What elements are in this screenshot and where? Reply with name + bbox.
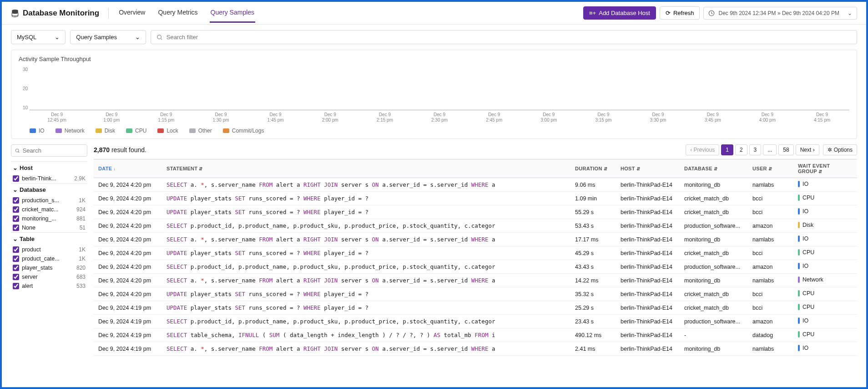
table-row[interactable]: Dec 9, 2024 4:19 pmSELECT p.product_id, … [94, 315, 857, 328]
sidebar-search[interactable] [11, 144, 87, 157]
cell-statement: SELECT p.product_id, p.product_name, p.p… [162, 219, 570, 233]
table-row[interactable]: Dec 9, 2024 4:19 pmSELECT table_schema, … [94, 328, 857, 342]
facet-item[interactable]: monitoring_...881 [11, 214, 87, 223]
cell-user: amazon [748, 260, 793, 274]
facet-checkbox[interactable] [13, 283, 19, 289]
facet-checkbox[interactable] [13, 265, 19, 271]
cell-wait: Disk [793, 219, 857, 233]
result-count-suffix: result found. [111, 146, 146, 154]
table-row[interactable]: Dec 9, 2024 4:19 pmSELECT a. *, s.server… [94, 342, 857, 356]
cell-wait: IO [793, 233, 857, 246]
refresh-button[interactable]: ⟳ Refresh [660, 6, 700, 20]
facet-database[interactable]: ⌄ Database [11, 183, 87, 196]
table-row[interactable]: Dec 9, 2024 4:20 pmUPDATE player_stats S… [94, 205, 857, 219]
page-1[interactable]: 1 [721, 144, 733, 155]
cell-wait: CPU [793, 301, 857, 315]
facet-item[interactable]: None51 [11, 223, 87, 232]
facet-table[interactable]: ⌄ Table [11, 232, 87, 245]
view-select[interactable]: Query Samples ⌄ [70, 30, 146, 44]
tab-overview[interactable]: Overview [118, 3, 146, 23]
throughput-chart[interactable] [30, 67, 849, 110]
facet-checkbox[interactable] [13, 206, 19, 213]
table-row[interactable]: Dec 9, 2024 4:20 pmSELECT p.product_id, … [94, 260, 857, 274]
facet-checkbox[interactable] [13, 246, 19, 253]
col-wait-event-group[interactable]: WAIT EVENT GROUP⇵ [793, 159, 857, 178]
col-duration[interactable]: DURATION⇵ [570, 159, 616, 178]
cell-wait: IO [793, 315, 857, 328]
table-row[interactable]: Dec 9, 2024 4:20 pmSELECT a. *, s.server… [94, 178, 857, 192]
col-statement[interactable]: STATEMENT⇵ [162, 159, 570, 178]
page-prev[interactable]: ‹ Previous [686, 144, 719, 155]
time-range-picker[interactable]: Dec 9th 2024 12:34 PM » Dec 9th 2024 04:… [703, 7, 857, 20]
cell-date: Dec 9, 2024 4:20 pm [94, 205, 162, 219]
facet-item[interactable]: product1K [11, 245, 87, 254]
options-button[interactable]: ✲ Options [823, 144, 857, 155]
view-value: Query Samples [76, 34, 117, 41]
chevron-down-icon: ⌄ [13, 186, 18, 193]
page-next[interactable]: Next › [796, 144, 819, 155]
add-database-host-button[interactable]: ≡+ Add Database Host [583, 6, 656, 20]
col-user[interactable]: USER⇵ [748, 159, 793, 178]
table-row[interactable]: Dec 9, 2024 4:20 pmSELECT p.product_id, … [94, 219, 857, 233]
cell-statement: SELECT a. *, s.server_name FROM alert a … [162, 274, 570, 287]
cell-wait: IO [793, 178, 857, 192]
facet-item[interactable]: production_s...1K [11, 196, 87, 205]
search-filter-input[interactable] [167, 34, 851, 41]
chevron-down-icon: ⌄ [135, 34, 140, 41]
sidebar-search-input[interactable] [23, 147, 83, 154]
legend-disk[interactable]: Disk [96, 128, 115, 134]
facet-checkbox[interactable] [13, 215, 19, 222]
page-58[interactable]: 58 [778, 144, 793, 155]
facet-item[interactable]: berlin-Think...2.9K [11, 174, 87, 183]
legend-lock[interactable]: Lock [157, 128, 178, 134]
result-count: 2,870 result found. [94, 146, 146, 154]
legend-io[interactable]: IO [30, 128, 45, 134]
table-row[interactable]: Dec 9, 2024 4:20 pmSELECT a. *, s.server… [94, 274, 857, 287]
col-host[interactable]: HOST⇵ [616, 159, 680, 178]
cell-wait: CPU [793, 246, 857, 260]
facet-count: 820 [76, 265, 86, 271]
facet-checkbox[interactable] [13, 225, 19, 231]
legend-other[interactable]: Other [189, 128, 212, 134]
facet-checkbox[interactable] [13, 175, 19, 182]
cell-user: bcci [748, 246, 793, 260]
col-date[interactable]: DATE↓ [94, 159, 162, 178]
cell-host: berlin-ThinkPad-E14 [616, 178, 680, 192]
facet-count: 683 [76, 274, 86, 280]
facet-item[interactable]: server683 [11, 272, 87, 282]
facet-checkbox[interactable] [13, 197, 19, 204]
col-database[interactable]: DATABASE⇵ [680, 159, 748, 178]
facet-item[interactable]: cricket_matc...924 [11, 205, 87, 214]
cell-duration: 25.29 s [570, 301, 616, 315]
chart-legend: IONetworkDiskCPULockOtherCommit/Logs [30, 128, 849, 134]
tab-query-metrics[interactable]: Query Metrics [157, 3, 198, 23]
facet-item[interactable]: alert533 [11, 282, 87, 291]
facet-item[interactable]: product_cate...1K [11, 254, 87, 263]
cell-user: datadog [748, 328, 793, 342]
table-header-row: DATE↓STATEMENT⇵DURATION⇵HOST⇵DATABASE⇵US… [94, 159, 857, 178]
table-row[interactable]: Dec 9, 2024 4:20 pmUPDATE player_stats S… [94, 246, 857, 260]
page-...[interactable]: ... [763, 144, 777, 155]
facet-count: 2.9K [74, 175, 86, 182]
facet-host[interactable]: ⌄ Host [11, 161, 87, 174]
legend-cpu[interactable]: CPU [126, 128, 146, 134]
table-row[interactable]: Dec 9, 2024 4:20 pmUPDATE player_stats S… [94, 287, 857, 301]
cell-statement: SELECT table_schema, IFNULL ( SUM ( data… [162, 328, 570, 342]
results-area: 2,870 result found. ‹ Previous123...58Ne… [94, 144, 857, 366]
table-row[interactable]: Dec 9, 2024 4:20 pmSELECT a. *, s.server… [94, 233, 857, 246]
page-3[interactable]: 3 [749, 144, 762, 155]
facet-checkbox[interactable] [13, 274, 19, 280]
table-row[interactable]: Dec 9, 2024 4:19 pmUPDATE player_stats S… [94, 301, 857, 315]
tab-query-samples[interactable]: Query Samples [210, 3, 255, 23]
legend-commit-logs[interactable]: Commit/Logs [223, 128, 264, 134]
facet-item[interactable]: player_stats820 [11, 263, 87, 272]
legend-network[interactable]: Network [56, 128, 85, 134]
page-2[interactable]: 2 [735, 144, 747, 155]
cell-user: namlabs [748, 342, 793, 356]
search-filter[interactable] [151, 30, 857, 44]
cell-host: berlin-ThinkPad-E14 [616, 287, 680, 301]
page-header: Database Monitoring OverviewQuery Metric… [2, 2, 866, 25]
engine-select[interactable]: MySQL ⌄ [11, 30, 66, 44]
table-row[interactable]: Dec 9, 2024 4:20 pmUPDATE player_stats S… [94, 192, 857, 205]
facet-checkbox[interactable] [13, 256, 19, 262]
